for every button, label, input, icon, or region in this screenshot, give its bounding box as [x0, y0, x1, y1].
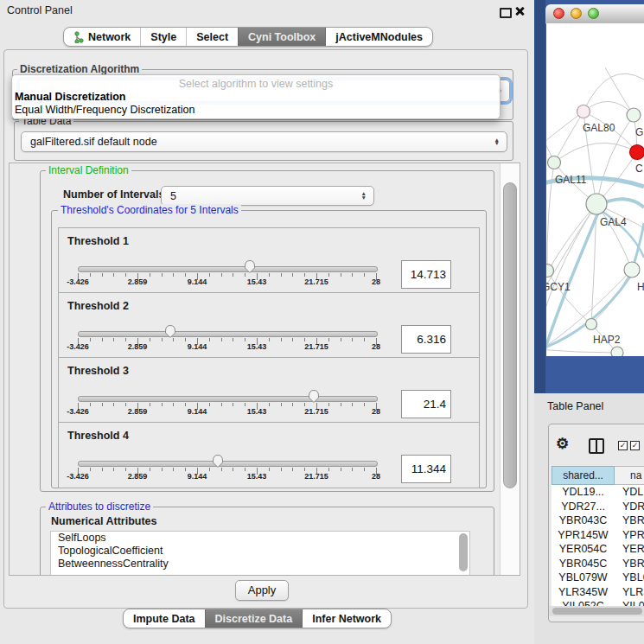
- slider-thumb[interactable]: [211, 453, 225, 471]
- attribute-list-item[interactable]: BetweennessCentrality: [51, 558, 469, 571]
- network-node[interactable]: [624, 262, 640, 277]
- table-row[interactable]: YBR045CYBR0: [552, 557, 644, 571]
- slider-tick: [162, 273, 163, 277]
- cell-shared-name: YDR27...: [552, 500, 615, 514]
- algorithm-dropdown-popup: Select algorithm to view settings Manual…: [11, 74, 501, 119]
- column-header-name[interactable]: na: [615, 466, 644, 485]
- network-canvas[interactable]: GAL80G.CGAL11GAL4GCY1HHAP2: [546, 23, 644, 356]
- slider-tick: [102, 468, 103, 471]
- cell-shared-name: YBR045C: [552, 557, 615, 571]
- slider-tick: [341, 403, 341, 406]
- dropdown-option-equal-width[interactable]: Equal Width/Frequency Discretization: [15, 104, 194, 116]
- numerical-attributes-list[interactable]: SelfLoopsTopologicalCoefficientBetweenne…: [50, 531, 470, 576]
- tab-jactivemnodules[interactable]: jActiveMNodules: [325, 28, 432, 46]
- threshold-value-field[interactable]: [401, 325, 451, 354]
- tab-discretize-data[interactable]: Discretize Data: [205, 609, 303, 628]
- table-row[interactable]: YLR345WYLR3: [552, 585, 644, 600]
- table-row[interactable]: YDL19...YDL1: [552, 485, 644, 500]
- tab-cyni-toolbox[interactable]: Cyni Toolbox: [238, 28, 325, 46]
- checkbox-icon[interactable]: ✓: [630, 441, 640, 450]
- tab-label: Select: [196, 31, 228, 43]
- slider-tick: [233, 273, 233, 277]
- network-edge[interactable]: [596, 204, 632, 270]
- table-row[interactable]: YPR145WYPR1: [552, 528, 644, 543]
- cell-name: YDR2: [615, 500, 644, 514]
- network-window-titlebar[interactable]: [545, 4, 644, 24]
- table-row[interactable]: YBL079WYBL0: [552, 571, 644, 585]
- slider-tick: [364, 468, 365, 471]
- slider-tick-label: 2.859: [128, 472, 148, 481]
- tab-network[interactable]: Network: [64, 28, 140, 46]
- slider-tick: [281, 468, 282, 471]
- interval-definition-group-label: Interval Definition: [46, 164, 131, 176]
- slider-tick: [269, 338, 270, 341]
- slider-track[interactable]: [78, 266, 378, 272]
- scrollbar-thumb[interactable]: [503, 182, 517, 488]
- slider-tick-label: 28: [372, 472, 380, 481]
- list-scrollbar-thumb[interactable]: [459, 533, 468, 571]
- minimize-traffic-light-icon[interactable]: [571, 8, 582, 19]
- network-edge[interactable]: [547, 271, 591, 324]
- zoom-traffic-light-icon[interactable]: [588, 8, 599, 19]
- tab-infer-network[interactable]: Infer Network: [302, 609, 391, 628]
- slider-track[interactable]: [78, 396, 378, 402]
- table-row[interactable]: YBR043CYBR0: [552, 513, 644, 528]
- network-node[interactable]: [627, 108, 641, 122]
- slider-tick: [125, 468, 126, 471]
- slider-tick: [173, 273, 174, 277]
- network-edge[interactable]: [554, 112, 583, 163]
- network-node[interactable]: [548, 156, 561, 169]
- close-traffic-light-icon[interactable]: [553, 8, 564, 19]
- slider-thumb[interactable]: [307, 388, 321, 406]
- threshold-value-field[interactable]: [401, 390, 451, 418]
- num-intervals-combobox[interactable]: 5 ▲▼: [161, 186, 374, 206]
- threshold-label: Threshold 1: [67, 235, 129, 247]
- table-data-combobox[interactable]: galFiltered.sif default node ▲▼: [21, 131, 507, 152]
- checkbox-icon[interactable]: ✓: [618, 441, 628, 450]
- horizontal-scrollbar-thumb[interactable]: [552, 608, 642, 615]
- slider-tick: [304, 273, 305, 277]
- tab-label: Impute Data: [133, 613, 195, 625]
- network-node[interactable]: [577, 105, 590, 118]
- apply-button[interactable]: Apply: [235, 580, 289, 601]
- column-header-shared-name[interactable]: shared...: [552, 466, 615, 485]
- slider-thumb[interactable]: [243, 258, 257, 277]
- slider-thumb[interactable]: [163, 323, 177, 341]
- network-tree-icon: [73, 31, 84, 43]
- dropdown-hint-option[interactable]: Select algorithm to view settings: [12, 78, 500, 90]
- slider-track[interactable]: [78, 461, 378, 467]
- slider-tick: [292, 338, 293, 341]
- slider-track[interactable]: [78, 331, 378, 337]
- threshold-value-field[interactable]: [401, 455, 451, 483]
- attribute-list-item[interactable]: SelfLoops: [51, 532, 469, 545]
- tab-impute-data[interactable]: Impute Data: [124, 609, 205, 628]
- cell-shared-name: YIL052C: [552, 599, 615, 606]
- network-node-label: GAL80: [583, 122, 615, 134]
- dropdown-option-manual[interactable]: Manual Discretization: [15, 91, 126, 103]
- float-window-icon[interactable]: [500, 8, 512, 18]
- network-node[interactable]: [586, 194, 607, 214]
- table-row[interactable]: YER054CYER0: [552, 542, 644, 557]
- network-edge[interactable]: [546, 349, 617, 353]
- slider-tick-label: -3.426: [67, 472, 89, 481]
- slider-tick: [352, 468, 353, 471]
- slider-tick: [173, 468, 174, 471]
- table-row[interactable]: YIL052CYIL0: [552, 599, 644, 606]
- network-node[interactable]: [611, 347, 623, 356]
- tab-style[interactable]: Style: [140, 28, 186, 46]
- slider-tick: [90, 338, 91, 341]
- split-columns-icon[interactable]: [589, 438, 604, 454]
- tab-select[interactable]: Select: [186, 28, 238, 46]
- table-row[interactable]: YDR27...YDR2: [552, 500, 644, 514]
- gear-icon[interactable]: ⚙: [556, 435, 569, 453]
- network-node[interactable]: [630, 145, 644, 160]
- close-icon[interactable]: [514, 6, 525, 16]
- network-edge[interactable]: [554, 143, 637, 163]
- slider-tick: [125, 273, 126, 277]
- network-edge[interactable]: [547, 163, 554, 271]
- attribute-list-item[interactable]: TopologicalCoefficient: [51, 545, 469, 558]
- horizontal-scrollbar[interactable]: [549, 606, 644, 616]
- network-node[interactable]: [586, 319, 597, 330]
- threshold-value-field[interactable]: [401, 260, 451, 289]
- slider-tick: [90, 403, 91, 406]
